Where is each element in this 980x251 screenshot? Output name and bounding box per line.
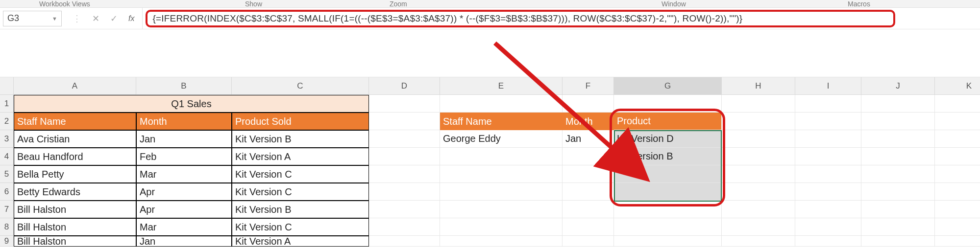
select-all-corner[interactable] xyxy=(0,77,14,95)
cell-E5[interactable] xyxy=(440,165,563,183)
col-header-G[interactable]: G xyxy=(614,77,722,95)
cell-A6[interactable]: Betty Edwards xyxy=(14,183,136,201)
cell-B4[interactable]: Feb xyxy=(136,148,232,165)
cell-D2[interactable] xyxy=(369,113,440,130)
row-header-2[interactable]: 2 xyxy=(0,113,14,130)
cell-q1-title[interactable]: Q1 Sales xyxy=(14,95,369,113)
formula-input[interactable]: {=IFERROR(INDEX($C$3:$C$37, SMALL(IF(1=(… xyxy=(146,10,895,27)
cell-A5[interactable]: Bella Petty xyxy=(14,165,136,183)
row-header-5[interactable]: 5 xyxy=(0,165,14,183)
cell-G5[interactable] xyxy=(614,165,722,183)
cell-E4[interactable] xyxy=(440,148,563,165)
cell-G3[interactable]: Kit Version D xyxy=(614,130,722,148)
row-header-6[interactable]: 6 xyxy=(0,183,14,201)
fx-icon[interactable]: fx xyxy=(128,14,134,23)
cell-I4[interactable] xyxy=(795,148,861,165)
cell-B3[interactable]: Jan xyxy=(136,130,232,148)
cell-G9[interactable] xyxy=(614,236,722,247)
cell-E3[interactable]: George Eddy xyxy=(440,130,563,148)
cell-F9[interactable] xyxy=(563,236,614,247)
cell-F4[interactable] xyxy=(563,148,614,165)
cell-G7[interactable] xyxy=(614,201,722,218)
row-header-1[interactable]: 1 xyxy=(0,95,14,113)
cell-G8[interactable] xyxy=(614,218,722,236)
cell-K2[interactable] xyxy=(935,113,980,130)
cell-J7[interactable] xyxy=(861,201,935,218)
col-header-I[interactable]: I xyxy=(795,77,861,95)
cell-B9[interactable]: Jan xyxy=(136,236,232,247)
cell-F1[interactable] xyxy=(563,95,614,113)
cell-I5[interactable] xyxy=(795,165,861,183)
cell-K7[interactable] xyxy=(935,201,980,218)
cell-H4[interactable] xyxy=(722,148,795,165)
cell-I2[interactable] xyxy=(795,113,861,130)
cell-I9[interactable] xyxy=(795,236,861,247)
col-header-H[interactable]: H xyxy=(722,77,795,95)
cell-E2[interactable]: Staff Name xyxy=(440,113,563,130)
cell-F2[interactable]: Month xyxy=(563,113,614,130)
cell-F3[interactable]: Jan xyxy=(563,130,614,148)
cell-A9[interactable]: Bill Halston xyxy=(14,236,136,247)
cell-D8[interactable] xyxy=(369,218,440,236)
cell-D1[interactable] xyxy=(369,95,440,113)
cell-E6[interactable] xyxy=(440,183,563,201)
cell-B6[interactable]: Apr xyxy=(136,183,232,201)
row-header-4[interactable]: 4 xyxy=(0,148,14,165)
cell-J9[interactable] xyxy=(861,236,935,247)
cell-G2[interactable]: Product xyxy=(614,113,722,130)
cell-E8[interactable] xyxy=(440,218,563,236)
cell-A8[interactable]: Bill Halston xyxy=(14,218,136,236)
cell-D5[interactable] xyxy=(369,165,440,183)
cell-F8[interactable] xyxy=(563,218,614,236)
col-header-E[interactable]: E xyxy=(440,77,563,95)
cell-I8[interactable] xyxy=(795,218,861,236)
cell-B7[interactable]: Apr xyxy=(136,201,232,218)
chevron-down-icon[interactable]: ▼ xyxy=(52,16,57,22)
col-header-K[interactable]: K xyxy=(935,77,980,95)
cell-H2[interactable] xyxy=(722,113,795,130)
cell-H5[interactable] xyxy=(722,165,795,183)
cell-B2[interactable]: Month xyxy=(136,113,232,130)
cell-C7[interactable]: Kit Version B xyxy=(232,201,369,218)
spreadsheet-grid[interactable]: A B C D E F G H I J K L 1 Q1 Sales 2 Sta… xyxy=(0,77,980,251)
cell-H6[interactable] xyxy=(722,183,795,201)
cell-C4[interactable]: Kit Version A xyxy=(232,148,369,165)
enter-icon[interactable]: ✓ xyxy=(110,13,118,24)
cell-K1[interactable] xyxy=(935,95,980,113)
cell-I7[interactable] xyxy=(795,201,861,218)
cancel-icon[interactable]: ✕ xyxy=(92,13,99,24)
cell-D9[interactable] xyxy=(369,236,440,247)
name-box[interactable]: G3 ▼ xyxy=(3,11,62,26)
cell-D7[interactable] xyxy=(369,201,440,218)
cell-J2[interactable] xyxy=(861,113,935,130)
cell-C8[interactable]: Kit Version C xyxy=(232,218,369,236)
cell-G6[interactable] xyxy=(614,183,722,201)
cell-H9[interactable] xyxy=(722,236,795,247)
cell-H7[interactable] xyxy=(722,201,795,218)
row-header-9[interactable]: 9 xyxy=(0,236,14,247)
cell-I1[interactable] xyxy=(795,95,861,113)
cell-K3[interactable] xyxy=(935,130,980,148)
cell-J6[interactable] xyxy=(861,183,935,201)
cell-K5[interactable] xyxy=(935,165,980,183)
cell-K6[interactable] xyxy=(935,183,980,201)
cell-J1[interactable] xyxy=(861,95,935,113)
row-header-7[interactable]: 7 xyxy=(0,201,14,218)
cell-I3[interactable] xyxy=(795,130,861,148)
col-header-B[interactable]: B xyxy=(136,77,232,95)
cell-E1[interactable] xyxy=(440,95,563,113)
cell-D6[interactable] xyxy=(369,183,440,201)
cell-J4[interactable] xyxy=(861,148,935,165)
col-header-C[interactable]: C xyxy=(232,77,369,95)
cell-D3[interactable] xyxy=(369,130,440,148)
cell-C9[interactable]: Kit Version A xyxy=(232,236,369,247)
cell-C5[interactable]: Kit Version C xyxy=(232,165,369,183)
cell-F5[interactable] xyxy=(563,165,614,183)
cell-A4[interactable]: Beau Handford xyxy=(14,148,136,165)
cell-F7[interactable] xyxy=(563,201,614,218)
cell-I6[interactable] xyxy=(795,183,861,201)
cell-C2[interactable]: Product Sold xyxy=(232,113,369,130)
cell-G1[interactable] xyxy=(614,95,722,113)
cell-F6[interactable] xyxy=(563,183,614,201)
cell-K4[interactable] xyxy=(935,148,980,165)
